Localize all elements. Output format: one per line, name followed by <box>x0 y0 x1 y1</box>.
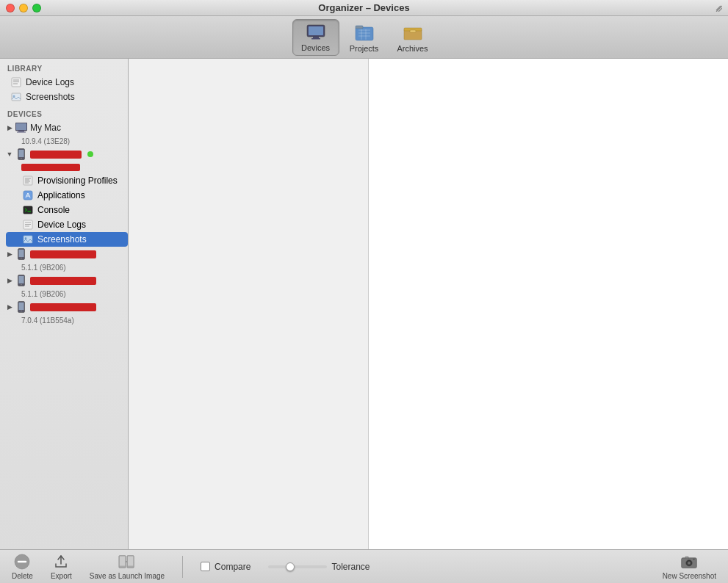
window-title: Organizer – Devices <box>318 2 409 13</box>
svg-rect-44 <box>19 303 24 310</box>
device-logs-library-icon <box>10 76 22 88</box>
svg-rect-29 <box>24 206 32 214</box>
device3-version: 5.1.1 (9B206) <box>0 288 128 300</box>
svg-rect-13 <box>410 30 416 32</box>
device1-disclosure[interactable]: ▼ <box>6 151 13 158</box>
device2-disclosure[interactable]: ▶ <box>6 250 13 258</box>
devices-section-header: DEVICES <box>0 104 128 120</box>
sidebar-item-console[interactable]: Console <box>6 203 128 217</box>
svg-rect-3 <box>311 38 320 40</box>
svg-rect-4 <box>356 27 373 40</box>
svg-point-56 <box>688 562 691 564</box>
toolbar-projects-label: Projects <box>350 44 379 53</box>
sidebar: LIBRARY Device Logs <box>0 59 129 549</box>
svg-rect-31 <box>24 220 32 229</box>
device1-version <box>0 162 128 173</box>
devices-icon <box>306 23 326 42</box>
right-content-panel <box>369 59 728 549</box>
save-as-launch-image-action[interactable]: Save as Launch Image <box>90 553 165 580</box>
svg-rect-52 <box>128 557 133 566</box>
toolbar-devices[interactable]: Devices <box>292 19 339 56</box>
sidebar-item-device-logs-library[interactable]: Device Logs <box>0 75 128 90</box>
device3-header[interactable]: ▶ <box>0 273 128 288</box>
svg-rect-57 <box>685 557 688 559</box>
device2-group: ▶ 5.1.1 (9B206) <box>0 247 128 273</box>
new-screenshot-icon <box>680 553 698 571</box>
sidebar-item-device-logs[interactable]: Device Logs <box>6 217 128 232</box>
toolbar-archives-label: Archives <box>397 44 428 53</box>
svg-point-26 <box>21 158 22 159</box>
mac-icon <box>15 122 27 134</box>
toolbar-devices-label: Devices <box>301 43 330 52</box>
device3-group: ▶ 5.1.1 (9B206) <box>0 273 128 300</box>
delete-action[interactable]: Delete <box>12 553 33 580</box>
sidebar-console-label: Console <box>37 205 122 215</box>
device4-disclosure[interactable]: ▶ <box>6 303 13 311</box>
my-mac-name: My Mac <box>30 123 122 133</box>
device1-header[interactable]: ▼ <box>0 147 128 162</box>
device2-name-redacted <box>30 250 96 258</box>
svg-rect-27 <box>24 176 32 185</box>
tolerance-slider-thumb[interactable] <box>286 562 295 571</box>
new-screenshot-label: New Screenshot <box>663 572 716 580</box>
screenshots-icon <box>22 233 34 245</box>
content-area <box>129 59 728 549</box>
sidebar-item-screenshots[interactable]: Screenshots <box>6 232 128 247</box>
sidebar-item-screenshots-library[interactable]: Screenshots <box>0 90 128 104</box>
device4-header[interactable]: ▶ <box>0 300 128 314</box>
sidebar-device-logs-label: Device Logs <box>37 220 122 230</box>
svg-rect-25 <box>19 150 24 157</box>
svg-rect-21 <box>16 123 26 130</box>
close-button[interactable] <box>6 4 15 12</box>
device2-version: 5.1.1 (9B206) <box>0 261 128 273</box>
maximize-button[interactable] <box>32 4 41 12</box>
svg-rect-1 <box>309 26 323 35</box>
device2-header[interactable]: ▶ <box>0 247 128 261</box>
device1-name-redacted <box>30 151 82 159</box>
left-content-panel <box>129 59 369 549</box>
device4-name-redacted <box>30 303 96 311</box>
svg-point-45 <box>21 311 22 312</box>
sidebar-device-logs-library-label: Device Logs <box>26 77 122 87</box>
compare-label: Compare <box>215 562 251 572</box>
window-controls <box>6 4 41 12</box>
provisioning-profiles-icon <box>22 175 34 187</box>
sidebar-item-provisioning-profiles[interactable]: Provisioning Profiles <box>6 173 128 188</box>
main-layout: LIBRARY Device Logs <box>0 59 728 549</box>
device1-children: Provisioning Profiles Applications <box>0 173 128 247</box>
compare-checkbox[interactable] <box>201 562 210 571</box>
export-action[interactable]: Export <box>51 553 72 580</box>
sidebar-item-applications[interactable]: Applications <box>6 188 128 203</box>
toolbar-archives[interactable]: Archives <box>389 19 436 56</box>
sidebar-screenshots-library-label: Screenshots <box>26 92 122 102</box>
device1-icon <box>15 148 27 160</box>
save-as-launch-image-icon <box>118 553 136 571</box>
resize-icon[interactable] <box>715 4 722 12</box>
applications-icon <box>22 189 34 201</box>
titlebar: Organizer – Devices <box>0 0 728 16</box>
svg-rect-28 <box>24 191 32 200</box>
toolbar-projects[interactable]: Projects <box>341 19 388 56</box>
tolerance-slider[interactable] <box>268 565 327 568</box>
export-label: Export <box>51 572 72 580</box>
my-mac-disclosure[interactable]: ▶ <box>6 124 13 131</box>
sidebar-applications-label: Applications <box>37 190 122 200</box>
separator-1 <box>182 556 183 578</box>
console-icon <box>22 204 34 216</box>
export-icon <box>52 553 70 571</box>
device1-group: ▼ <box>0 147 128 247</box>
my-mac-header[interactable]: ▶ My Mac <box>0 120 128 135</box>
svg-rect-5 <box>356 26 363 29</box>
svg-rect-50 <box>120 557 125 566</box>
save-as-launch-image-label: Save as Launch Image <box>90 572 165 580</box>
minimize-button[interactable] <box>19 4 28 12</box>
svg-rect-2 <box>313 37 319 38</box>
svg-rect-22 <box>18 131 24 132</box>
svg-rect-41 <box>19 276 24 283</box>
my-mac-version: 10.9.4 (13E28) <box>0 135 128 147</box>
device4-icon <box>15 301 27 313</box>
device3-disclosure[interactable]: ▶ <box>6 277 13 284</box>
delete-icon <box>13 553 31 571</box>
new-screenshot-action[interactable]: New Screenshot <box>663 553 716 580</box>
svg-point-36 <box>25 237 26 239</box>
